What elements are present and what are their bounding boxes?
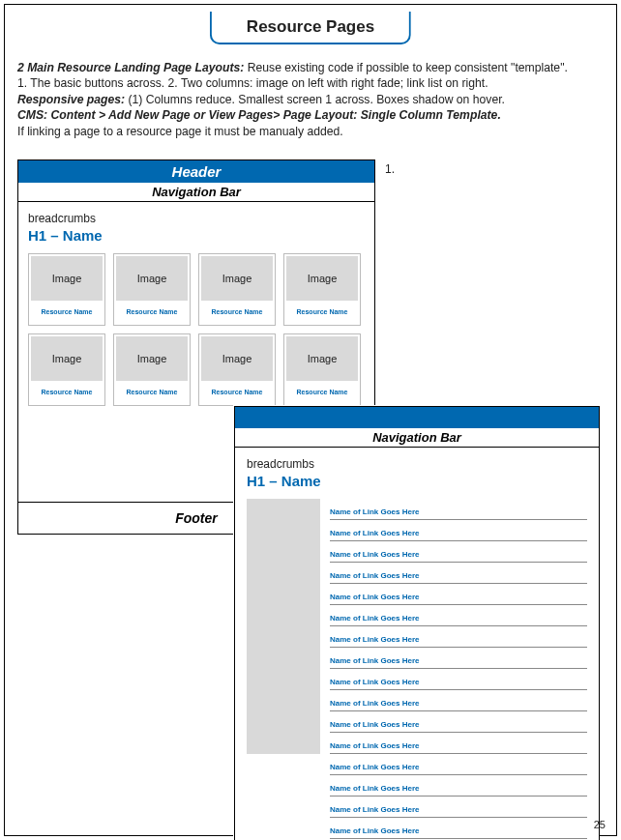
wf2-image-placeholder <box>247 499 320 754</box>
wf1-header: Header <box>18 160 374 183</box>
link-row: Name of Link Goes Here <box>330 541 587 563</box>
link-text: Name of Link Goes Here <box>330 784 419 793</box>
card-label: Resource Name <box>199 383 275 405</box>
link-text: Name of Link Goes Here <box>330 593 419 601</box>
card-label: Resource Name <box>29 383 104 405</box>
link-row: Name of Link Goes Here <box>330 775 587 797</box>
intro-l1: Reuse existing code if possible to keep … <box>244 61 568 74</box>
intro-l5: If linking a page to a resource page it … <box>17 124 604 139</box>
link-text: Name of Link Goes Here <box>330 741 419 750</box>
resource-card: ImageResource Name <box>198 333 276 406</box>
link-row: Name of Link Goes Here <box>330 605 587 626</box>
card-label: Resource Name <box>199 303 275 325</box>
link-text: Name of Link Goes Here <box>330 699 419 708</box>
link-row: Name of Link Goes Here <box>330 563 587 584</box>
wf1-breadcrumbs: breadcrumbs <box>28 212 365 225</box>
link-text: Name of Link Goes Here <box>330 635 419 644</box>
title-tab: Resource Pages <box>210 12 411 44</box>
resource-card: ImageResource Name <box>28 253 105 326</box>
wf1-grid: ImageResource NameImageResource NameImag… <box>28 253 365 406</box>
link-row: Name of Link Goes Here <box>330 520 587 541</box>
link-text: Name of Link Goes Here <box>330 656 419 665</box>
link-text: Name of Link Goes Here <box>330 550 419 559</box>
link-row: Name of Link Goes Here <box>330 648 587 669</box>
intro-l3: (1) Columns reduce. Smallest screen 1 ac… <box>125 93 505 106</box>
link-row: Name of Link Goes Here <box>330 754 587 775</box>
card-image-placeholder: Image <box>201 336 273 381</box>
link-text: Name of Link Goes Here <box>330 826 419 835</box>
wireframe-2: Navigation Bar breadcrumbs H1 – Name Nam… <box>234 406 600 840</box>
resource-card: ImageResource Name <box>113 253 191 326</box>
link-text: Name of Link Goes Here <box>330 720 419 729</box>
intro-text: 2 Main Resource Landing Page Layouts: Re… <box>17 60 604 139</box>
link-row: Name of Link Goes Here <box>330 669 587 690</box>
link-row: Name of Link Goes Here <box>330 690 587 711</box>
link-row: Name of Link Goes Here <box>330 818 587 839</box>
link-row: Name of Link Goes Here <box>330 499 587 520</box>
wf2-breadcrumbs: breadcrumbs <box>247 457 587 471</box>
card-image-placeholder: Image <box>286 336 358 381</box>
link-text: Name of Link Goes Here <box>330 763 419 771</box>
wf2-two-col: Name of Link Goes HereName of Link Goes … <box>247 499 587 839</box>
card-image-placeholder: Image <box>116 256 188 301</box>
card-image-placeholder: Image <box>31 336 103 381</box>
link-text: Name of Link Goes Here <box>330 571 419 580</box>
page-title: Resource Pages <box>247 17 374 36</box>
link-text: Name of Link Goes Here <box>330 507 419 516</box>
link-row: Name of Link Goes Here <box>330 711 587 733</box>
card-image-placeholder: Image <box>116 336 188 381</box>
intro-l3-bold: Responsive pages: <box>17 93 125 106</box>
wf1-h1: H1 – Name <box>28 227 365 244</box>
resource-card: ImageResource Name <box>198 253 276 326</box>
intro-l2: 1. The basic buttons across. 2. Two colu… <box>17 75 604 91</box>
link-row: Name of Link Goes Here <box>330 733 587 754</box>
intro-l4-bold: CMS: Content > Add New Page or View Page… <box>17 107 604 123</box>
link-text: Name of Link Goes Here <box>330 678 419 686</box>
page-number: 25 <box>594 819 606 830</box>
card-label: Resource Name <box>284 303 360 325</box>
wf2-link-list: Name of Link Goes HereName of Link Goes … <box>330 499 587 839</box>
resource-card: ImageResource Name <box>283 253 361 326</box>
wf2-navbar: Navigation Bar <box>235 428 599 448</box>
resource-card: ImageResource Name <box>28 333 105 406</box>
card-image-placeholder: Image <box>286 256 358 301</box>
wf2-body: breadcrumbs H1 – Name Name of Link Goes … <box>235 448 599 840</box>
resource-card: ImageResource Name <box>113 333 191 406</box>
card-label: Resource Name <box>114 383 190 405</box>
link-text: Name of Link Goes Here <box>330 529 419 537</box>
link-text: Name of Link Goes Here <box>330 614 419 623</box>
link-text: Name of Link Goes Here <box>330 805 419 814</box>
wf2-h1: H1 – Name <box>247 473 587 489</box>
marker-1: 1. <box>385 162 395 176</box>
card-label: Resource Name <box>284 383 360 405</box>
card-label: Resource Name <box>114 303 190 325</box>
wf1-navbar: Navigation Bar <box>18 183 374 202</box>
card-image-placeholder: Image <box>201 256 273 301</box>
intro-l1-bold: 2 Main Resource Landing Page Layouts: <box>17 61 244 74</box>
link-row: Name of Link Goes Here <box>330 797 587 818</box>
card-label: Resource Name <box>29 303 104 325</box>
resource-card: ImageResource Name <box>283 333 361 406</box>
wf2-header <box>235 407 599 428</box>
link-row: Name of Link Goes Here <box>330 626 587 648</box>
link-row: Name of Link Goes Here <box>330 584 587 605</box>
card-image-placeholder: Image <box>31 256 103 301</box>
